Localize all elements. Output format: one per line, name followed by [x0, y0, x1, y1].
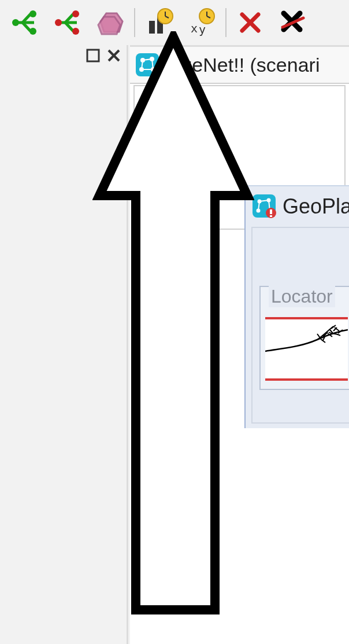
toolbar-separator — [225, 8, 227, 37]
run-point-icon: x y — [187, 8, 216, 37]
svg-rect-51 — [270, 215, 272, 217]
svg-rect-29 — [87, 50, 99, 61]
svg-text:y: y — [199, 23, 206, 36]
add-node-green-icon — [10, 9, 40, 36]
svg-point-5 — [29, 28, 36, 35]
network-doc-icon — [135, 52, 160, 78]
run-now-icon — [144, 8, 173, 37]
locator-map-icon — [265, 319, 348, 378]
cancel-icon — [239, 11, 262, 34]
document-tab[interactable]: idgeNet!! (scenari — [130, 47, 349, 84]
storage-region-icon — [96, 10, 125, 35]
svg-rect-32 — [136, 53, 159, 76]
geoplan-title: GeoPla — [283, 194, 349, 219]
svg-rect-50 — [270, 209, 272, 214]
svg-point-4 — [29, 10, 36, 17]
locator-panel: Locator — [259, 286, 349, 390]
svg-text:x: x — [191, 21, 198, 35]
svg-point-9 — [55, 19, 62, 26]
cancel-button[interactable] — [229, 5, 272, 40]
svg-rect-14 — [149, 21, 155, 34]
left-dock-header — [85, 47, 122, 64]
cancel-all-button[interactable] — [272, 5, 314, 40]
toolbar: x y — [0, 0, 349, 45]
panel-close-icon[interactable] — [106, 47, 122, 64]
left-dock-panel — [0, 45, 128, 644]
svg-point-10 — [72, 10, 79, 17]
panel-maximize-icon[interactable] — [85, 47, 101, 64]
delete-node-button[interactable] — [46, 5, 89, 40]
geoplan-window[interactable]: GeoPla Locator — [244, 185, 349, 428]
geoplan-icon — [251, 193, 277, 219]
run-now-button[interactable] — [138, 5, 180, 40]
svg-point-3 — [12, 19, 19, 26]
geoplan-body: Locator — [251, 227, 349, 424]
add-node-button[interactable] — [3, 5, 46, 40]
run-point-button[interactable]: x y — [180, 5, 223, 40]
toolbar-separator — [134, 8, 135, 37]
svg-marker-13 — [98, 17, 120, 34]
document-title: idgeNet!! (scenari — [166, 54, 320, 76]
locator-label: Locator — [269, 286, 335, 307]
cancel-all-icon — [280, 10, 306, 35]
locator-canvas[interactable] — [265, 317, 348, 381]
delete-node-red-icon — [53, 9, 83, 36]
svg-point-11 — [72, 28, 79, 35]
storage-region-button[interactable] — [89, 5, 132, 40]
